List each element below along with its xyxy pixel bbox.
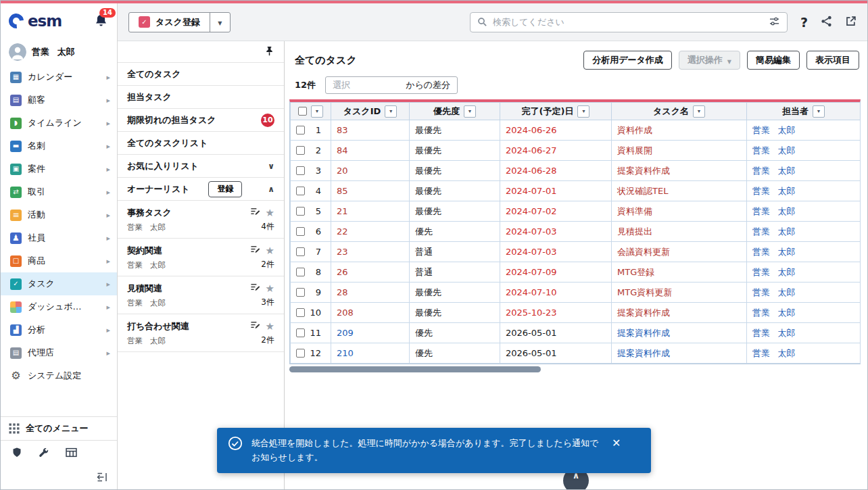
- task-id-link[interactable]: 83: [337, 125, 348, 135]
- task-name-link[interactable]: 会議資料更新: [617, 247, 670, 257]
- assignee-link[interactable]: 営業 太郎: [752, 166, 795, 176]
- assignee-link[interactable]: 営業 太郎: [752, 247, 795, 257]
- task-id-link[interactable]: 22: [337, 226, 348, 237]
- all-menu-button[interactable]: 全てのメニュー: [1, 416, 117, 441]
- row-checkbox[interactable]: [296, 288, 305, 297]
- help-icon[interactable]: [800, 15, 808, 30]
- sidebar-item-dashboard[interactable]: ダッシュボ…: [1, 295, 117, 318]
- display-items-button[interactable]: 表示項目: [806, 51, 859, 70]
- sidebar-item-analytics[interactable]: 分析: [1, 318, 117, 341]
- owner-section-header[interactable]: オーナーリスト 登録: [118, 178, 284, 201]
- list-edit-button[interactable]: [250, 207, 260, 219]
- sidebar-item-timeline[interactable]: タイムライン: [1, 112, 117, 134]
- task-name-link[interactable]: 提案資料作成: [617, 328, 670, 338]
- row-checkbox[interactable]: [296, 187, 305, 195]
- assignee-link[interactable]: 営業 太郎: [752, 267, 795, 277]
- quick-edit-button[interactable]: 簡易編集: [747, 51, 800, 70]
- pin-panel-button[interactable]: [264, 46, 274, 58]
- sidebar-item-customers[interactable]: 顧客: [1, 89, 117, 112]
- row-checkbox[interactable]: [296, 166, 305, 175]
- assignee-link[interactable]: 営業 太郎: [752, 145, 795, 155]
- assignee-link[interactable]: 営業 太郎: [752, 348, 795, 358]
- sidebar-item-activities[interactable]: 活動: [1, 203, 117, 226]
- list-edit-button[interactable]: [250, 245, 260, 257]
- sidebar-item-products[interactable]: 商品: [1, 249, 117, 272]
- owner-list-register-button[interactable]: 登録: [208, 181, 242, 197]
- panel-item-my-tasks[interactable]: 担当タスク: [118, 86, 284, 109]
- column-menu-button[interactable]: [464, 105, 476, 118]
- task-register-button[interactable]: タスク登録: [129, 13, 210, 32]
- task-register-dropdown-button[interactable]: [210, 13, 230, 32]
- sidebar-item-deals[interactable]: 案件: [1, 157, 117, 180]
- task-name-link[interactable]: 資料展開: [617, 145, 652, 155]
- assignee-link[interactable]: 営業 太郎: [752, 206, 795, 216]
- security-shield-button[interactable]: [11, 447, 22, 460]
- task-name-link[interactable]: 提案資料作成: [617, 348, 670, 358]
- column-menu-button[interactable]: [385, 105, 397, 118]
- list-edit-button[interactable]: [250, 320, 260, 333]
- task-id-link[interactable]: 208: [337, 308, 354, 318]
- task-id-link[interactable]: 84: [337, 145, 348, 155]
- sidebar-item-agency[interactable]: 代理店: [1, 341, 117, 364]
- row-checkbox[interactable]: [296, 207, 305, 216]
- task-id-link[interactable]: 20: [337, 166, 348, 176]
- search-filter-button[interactable]: [769, 16, 780, 28]
- owner-list-item[interactable]: 事務タスク 営業 太郎 4件: [118, 201, 284, 239]
- search-input[interactable]: [493, 17, 763, 27]
- task-name-link[interactable]: 見積提出: [617, 226, 652, 237]
- panel-item-overdue-tasks[interactable]: 期限切れの担当タスク10: [118, 109, 284, 132]
- task-name-link[interactable]: MTG資料更新: [617, 287, 672, 297]
- task-name-link[interactable]: 資料準備: [617, 206, 652, 216]
- task-id-link[interactable]: 26: [337, 267, 348, 277]
- sidebar-item-transactions[interactable]: 取引: [1, 180, 117, 203]
- notifications-button[interactable]: 14: [94, 14, 109, 28]
- diff-from-control[interactable]: 選択 からの差分: [325, 76, 458, 94]
- task-id-link[interactable]: 85: [337, 186, 348, 196]
- column-menu-button[interactable]: [577, 105, 589, 118]
- owner-list-item[interactable]: 打ち合わせ関連 営業 太郎 2件: [118, 314, 284, 352]
- tools-button[interactable]: [39, 447, 49, 460]
- collapse-sidebar-button[interactable]: [97, 472, 107, 484]
- favorites-section-header[interactable]: お気に入りリスト: [118, 155, 284, 178]
- assignee-link[interactable]: 営業 太郎: [752, 328, 795, 338]
- panel-item-all-tasks[interactable]: 全てのタスク: [118, 63, 284, 86]
- assignee-link[interactable]: 営業 太郎: [752, 308, 795, 318]
- task-name-link[interactable]: MTG登録: [617, 267, 654, 277]
- row-checkbox[interactable]: [296, 349, 305, 358]
- sidebar-item-employees[interactable]: 社員: [1, 226, 117, 249]
- assignee-link[interactable]: 営業 太郎: [752, 226, 795, 237]
- open-new-window-button[interactable]: [845, 16, 857, 29]
- column-menu-button[interactable]: [311, 105, 323, 118]
- select-all-checkbox[interactable]: [298, 107, 307, 116]
- star-icon[interactable]: [266, 208, 274, 218]
- star-icon[interactable]: [266, 284, 274, 294]
- sidebar-item-calendar[interactable]: カレンダー: [1, 66, 117, 89]
- assignee-link[interactable]: 営業 太郎: [752, 287, 795, 297]
- star-icon[interactable]: [266, 322, 274, 332]
- column-menu-button[interactable]: [693, 105, 705, 118]
- row-checkbox[interactable]: [296, 227, 305, 236]
- task-id-link[interactable]: 210: [337, 348, 354, 358]
- share-button[interactable]: [821, 16, 832, 29]
- list-edit-button[interactable]: [250, 283, 260, 295]
- panel-item-all-task-lists[interactable]: 全てのタスクリスト: [118, 132, 284, 155]
- row-checkbox[interactable]: [296, 268, 305, 276]
- star-icon[interactable]: [266, 246, 274, 256]
- sidebar-item-system-settings[interactable]: システム設定: [1, 364, 117, 387]
- assignee-link[interactable]: 営業 太郎: [752, 186, 795, 196]
- owner-list-item[interactable]: 見積関連 営業 太郎 3件: [118, 276, 284, 314]
- row-checkbox[interactable]: [296, 308, 305, 317]
- sidebar-item-tasks[interactable]: タスク: [1, 272, 117, 295]
- task-name-link[interactable]: 資料作成: [617, 125, 652, 135]
- owner-list-item[interactable]: 契約関連 営業 太郎 2件: [118, 239, 284, 276]
- table-view-button[interactable]: [66, 447, 77, 460]
- sidebar-item-business-cards[interactable]: 名刺: [1, 134, 117, 157]
- bulk-action-button[interactable]: 選択操作: [679, 51, 740, 70]
- task-id-link[interactable]: 28: [337, 287, 348, 297]
- task-name-link[interactable]: 提案資料作成: [617, 308, 670, 318]
- create-analysis-data-button[interactable]: 分析用データ作成: [583, 51, 672, 70]
- task-id-link[interactable]: 21: [337, 206, 348, 216]
- task-name-link[interactable]: 提案資料作成: [617, 166, 670, 176]
- task-id-link[interactable]: 209: [337, 328, 354, 338]
- row-checkbox[interactable]: [296, 247, 305, 256]
